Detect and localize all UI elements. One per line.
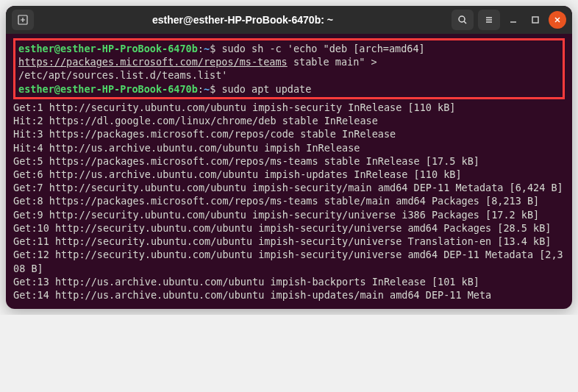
output-line: Hit:2 https://dl.google.com/linux/chrome… bbox=[13, 114, 565, 127]
output-line: Get:10 http://security.ubuntu.com/ubuntu… bbox=[13, 221, 565, 235]
prompt-sep1: : bbox=[198, 83, 204, 95]
svg-line-10 bbox=[555, 18, 560, 22]
prompt-sep1: : bbox=[198, 43, 204, 54]
titlebar-right bbox=[452, 10, 566, 30]
command-2: sudo apt update bbox=[215, 83, 311, 95]
output-line: Hit:4 http://us.archive.ubuntu.com/ubunt… bbox=[13, 141, 565, 154]
window-title: esther@esther-HP-ProBook-6470b: ~ bbox=[38, 14, 447, 26]
output-line: Get:13 http://us.archive.ubuntu.com/ubun… bbox=[13, 275, 565, 288]
terminal-body[interactable]: esther@esther-HP-ProBook-6470b:~$ sudo s… bbox=[6, 34, 572, 309]
svg-line-11 bbox=[555, 18, 560, 22]
prompt-path: ~ bbox=[204, 83, 210, 95]
maximize-button[interactable] bbox=[527, 11, 544, 29]
highlight-box: esther@esther-HP-ProBook-6470b:~$ sudo s… bbox=[13, 38, 565, 99]
prompt-path: ~ bbox=[204, 43, 210, 54]
search-button[interactable] bbox=[452, 10, 474, 30]
command-1-url: https://packages.microsoft.com/repos/ms-… bbox=[18, 56, 288, 68]
output-line: Get:9 http://security.ubuntu.com/ubuntu … bbox=[13, 208, 565, 221]
output-line: Hit:3 https://packages.microsoft.com/rep… bbox=[13, 127, 565, 140]
svg-rect-0 bbox=[18, 15, 27, 24]
close-button[interactable] bbox=[549, 11, 566, 29]
prompt-line-2: esther@esther-HP-ProBook-6470b:~$ sudo a… bbox=[18, 82, 560, 96]
output-line: Get:12 http://security.ubuntu.com/ubuntu… bbox=[13, 248, 565, 274]
svg-line-4 bbox=[464, 21, 466, 24]
output-line: Get:7 http://security.ubuntu.com/ubuntu … bbox=[13, 181, 565, 194]
titlebar: esther@esther-HP-ProBook-6470b: ~ bbox=[6, 6, 572, 34]
prompt-line-1: esther@esther-HP-ProBook-6470b:~$ sudo s… bbox=[18, 42, 560, 82]
output-line: Get:11 http://security.ubuntu.com/ubuntu… bbox=[13, 235, 565, 248]
output-line: Get:14 http://us.archive.ubuntu.com/ubun… bbox=[13, 288, 565, 302]
prompt-user: esther@esther-HP-ProBook-6470b bbox=[18, 43, 198, 54]
command-1-pre: sudo sh -c 'echo "deb [arch=amd64] bbox=[215, 43, 424, 54]
terminal-window: esther@esther-HP-ProBook-6470b: ~ esther… bbox=[6, 6, 572, 309]
menu-button[interactable] bbox=[478, 10, 500, 30]
minimize-button[interactable] bbox=[504, 11, 522, 29]
svg-rect-9 bbox=[532, 17, 538, 23]
output-line: Get:8 https://packages.microsoft.com/rep… bbox=[13, 194, 565, 207]
output-line: Get:6 http://us.archive.ubuntu.com/ubunt… bbox=[13, 168, 565, 181]
output-line: Get:1 http://security.ubuntu.com/ubuntu … bbox=[13, 101, 565, 114]
output-line: Get:5 https://packages.microsoft.com/rep… bbox=[13, 154, 565, 168]
new-tab-button[interactable] bbox=[12, 10, 34, 30]
prompt-user: esther@esther-HP-ProBook-6470b bbox=[18, 83, 198, 95]
svg-point-3 bbox=[459, 16, 465, 22]
